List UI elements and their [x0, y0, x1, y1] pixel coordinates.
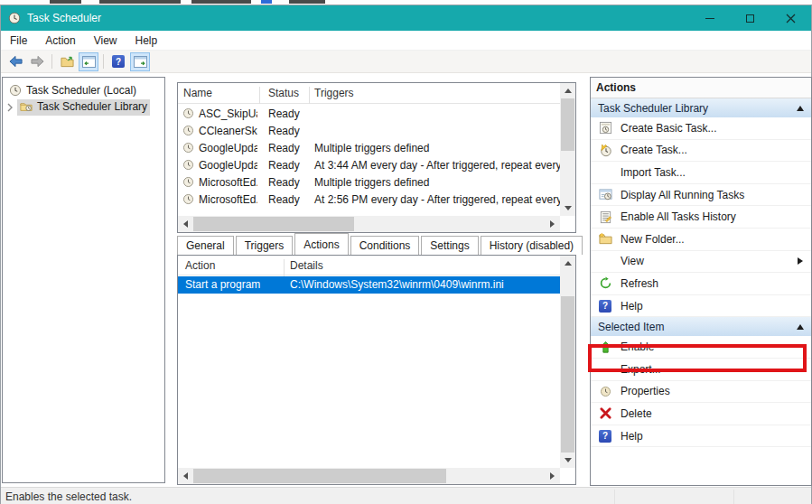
- tree-item-task-scheduler-library[interactable]: Task Scheduler Library: [3, 98, 164, 116]
- scrollbar-thumb[interactable]: [561, 98, 574, 151]
- tab-general[interactable]: General: [177, 236, 234, 255]
- scrollbar-thumb[interactable]: [193, 217, 354, 231]
- clock-icon: [182, 141, 195, 154]
- column-divider[interactable]: [309, 87, 310, 104]
- scroll-down-icon[interactable]: [560, 201, 575, 216]
- collapse-arrow-icon[interactable]: [797, 324, 804, 330]
- details-vertical-scrollbar[interactable]: [560, 256, 575, 468]
- maximize-button[interactable]: [730, 5, 770, 31]
- action-item-help[interactable]: ?Help: [591, 425, 811, 448]
- status-text: Enables the selected task.: [5, 490, 132, 503]
- statusbar-divider: [733, 490, 734, 504]
- scroll-up-icon[interactable]: [560, 83, 575, 98]
- details-row[interactable]: Start a programC:\Windows\System32\winrm…: [178, 276, 560, 294]
- task-row[interactable]: ASC_SkipUa...Ready: [178, 105, 560, 122]
- clock-icon: [8, 83, 22, 97]
- screen: Task Scheduler FileActionViewHelp ? Task…: [0, 0, 812, 504]
- tab-conditions[interactable]: Conditions: [350, 236, 420, 255]
- details-path-cell: C:\Windows\System32\winrm\0409\winrm.ini: [290, 278, 504, 291]
- action-item-enable-all-tasks-history[interactable]: Enable All Tasks History: [591, 206, 811, 229]
- show-action-pane-button[interactable]: [130, 52, 150, 71]
- window-title: Task Scheduler: [27, 12, 101, 24]
- tab-actions[interactable]: Actions: [294, 233, 348, 255]
- collapse-arrow-icon[interactable]: [797, 106, 804, 111]
- menu-item-help[interactable]: Help: [126, 32, 167, 50]
- tree-item-task-scheduler-local[interactable]: Task Scheduler (Local): [3, 81, 164, 98]
- actions-group-header-selected-item[interactable]: Selected Item: [591, 317, 811, 336]
- task-status-cell: Ready: [268, 193, 300, 206]
- details-header: Action Details: [178, 256, 560, 275]
- column-header-status[interactable]: Status: [268, 87, 299, 99]
- help-button[interactable]: ?: [108, 52, 128, 71]
- column-header-name[interactable]: Name: [183, 87, 212, 99]
- show-console-tree-button[interactable]: [79, 52, 98, 71]
- scroll-right-icon[interactable]: [545, 468, 560, 484]
- clock-icon: [182, 124, 195, 137]
- action-item-label: Display All Running Tasks: [621, 189, 744, 201]
- action-item-create-basic-task[interactable]: Create Basic Task...: [591, 117, 811, 140]
- scroll-down-icon[interactable]: [560, 453, 575, 468]
- action-item-properties[interactable]: Properties: [591, 381, 811, 404]
- task-row[interactable]: GoogleUpda...ReadyMultiple triggers defi…: [178, 139, 560, 156]
- column-divider[interactable]: [284, 259, 285, 276]
- properties-icon: [598, 384, 612, 398]
- actions-group-header-task-scheduler-library[interactable]: Task Scheduler Library: [591, 98, 811, 117]
- panel-left-icon: [82, 55, 96, 69]
- tab-history-disabled[interactable]: History (disabled): [481, 236, 583, 255]
- tab-settings[interactable]: Settings: [421, 236, 478, 255]
- export-folder-icon: [61, 55, 74, 69]
- task-name-cell: ASC_SkipUa...: [182, 107, 257, 120]
- panel-right-icon: [134, 55, 147, 69]
- toolbar: ?: [1, 51, 811, 73]
- scroll-up-icon[interactable]: [560, 256, 575, 271]
- export-list-button[interactable]: [57, 52, 77, 71]
- menu-item-view[interactable]: View: [85, 32, 126, 50]
- menu-item-action[interactable]: Action: [36, 32, 84, 50]
- back-icon: [9, 55, 23, 69]
- action-item-refresh[interactable]: Refresh: [591, 273, 811, 295]
- forward-button[interactable]: [27, 52, 47, 71]
- task-row[interactable]: MicrosoftEd...ReadyAt 2:56 PM every day …: [178, 191, 560, 208]
- task-row[interactable]: CCleanerSki...Ready: [178, 122, 560, 139]
- close-button[interactable]: [770, 5, 811, 31]
- task-status-cell: Ready: [268, 142, 300, 154]
- task-name-cell: CCleanerSki...: [182, 124, 257, 137]
- status-bar: Enables the selected task.: [1, 487, 811, 504]
- action-item-view[interactable]: View: [591, 251, 811, 274]
- details-horizontal-scrollbar[interactable]: [178, 468, 560, 484]
- column-header-details[interactable]: Details: [290, 259, 323, 272]
- task-name-text: GoogleUpda...: [199, 159, 257, 172]
- toolbar-separator: [51, 54, 52, 69]
- menu-item-file[interactable]: File: [1, 32, 36, 50]
- action-item-new-folder[interactable]: New Folder...: [591, 229, 811, 251]
- action-item-delete[interactable]: Delete: [591, 403, 811, 425]
- actions-group-title: Task Scheduler Library: [598, 102, 708, 115]
- tab-triggers[interactable]: Triggers: [236, 236, 294, 255]
- task-list-vertical-scrollbar[interactable]: [560, 83, 575, 216]
- action-item-export[interactable]: Export...: [591, 359, 811, 381]
- library-folder-icon: [19, 100, 33, 114]
- chevron-right-icon[interactable]: [6, 103, 15, 112]
- action-item-label: Delete: [621, 407, 652, 420]
- task-row[interactable]: GoogleUpda...ReadyAt 3:44 AM every day -…: [178, 156, 560, 173]
- task-rows: ASC_SkipUa...ReadyCCleanerSki...ReadyGoo…: [178, 105, 560, 216]
- action-item-display-all-running-tasks[interactable]: Display All Running Tasks: [591, 184, 811, 207]
- minimize-button[interactable]: [689, 5, 730, 31]
- scroll-right-icon[interactable]: [545, 216, 560, 232]
- back-button[interactable]: [5, 52, 25, 71]
- scrollbar-thumb[interactable]: [193, 469, 446, 483]
- scroll-left-icon[interactable]: [178, 216, 193, 232]
- action-item-create-task[interactable]: Create Task...: [591, 140, 811, 163]
- column-divider[interactable]: [259, 87, 260, 104]
- scroll-left-icon[interactable]: [178, 468, 193, 484]
- column-header-triggers[interactable]: Triggers: [314, 87, 354, 99]
- action-item-enable[interactable]: Enable: [591, 336, 811, 359]
- task-list-horizontal-scrollbar[interactable]: [178, 216, 560, 232]
- action-item-help[interactable]: ?Help: [591, 295, 811, 318]
- action-item-label: Create Task...: [621, 144, 687, 156]
- menu-bar: FileActionViewHelp: [1, 31, 811, 51]
- task-row[interactable]: MicrosoftEd...ReadyMultiple triggers def…: [178, 173, 560, 191]
- action-item-import-task[interactable]: Import Task...: [591, 162, 811, 184]
- column-header-action[interactable]: Action: [185, 259, 215, 272]
- scrollbar-thumb[interactable]: [561, 296, 574, 453]
